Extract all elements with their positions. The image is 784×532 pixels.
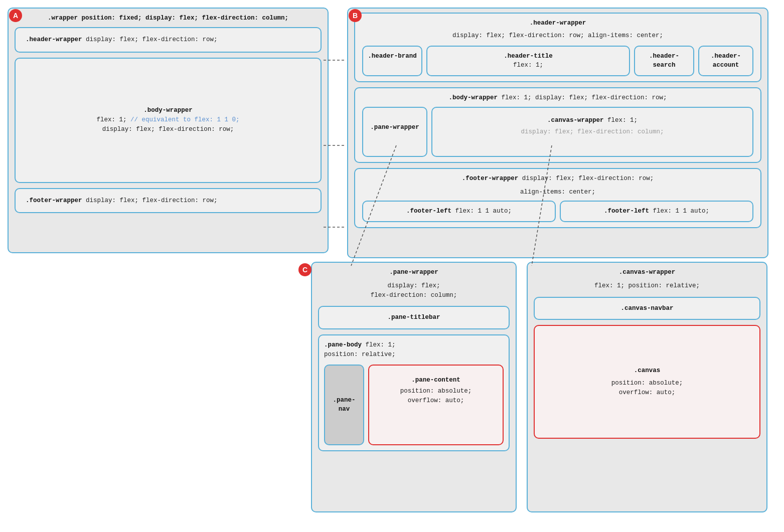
panel-b-footer-left-1: .footer-left flex: 1 1 auto;: [362, 201, 556, 222]
panel-c-pane-body-children: .pane-nav .pane-content position: absolu…: [324, 365, 504, 446]
panel-b-footer-label: .footer-wrapper display: flex; flex-dire…: [362, 174, 753, 184]
panel-b-footer-sub: align-items: center;: [362, 188, 753, 197]
panel-c-pane: .pane-wrapper display: flex;flex-directi…: [311, 262, 517, 512]
panel-b-canvas-wrapper: .canvas-wrapper flex: 1; display: flex; …: [431, 107, 753, 157]
panel-b-body-children: .pane-wrapper .canvas-wrapper flex: 1; d…: [362, 107, 753, 157]
panel-c-pane-content: .pane-content position: absolute; overfl…: [368, 365, 504, 446]
panel-a-header-label: .header-wrapper display: flex; flex-dire…: [26, 36, 218, 43]
panel-b-header-children: .header-brand .header-title flex: 1; .he…: [362, 46, 753, 77]
panel-b-pane-wrapper: .pane-wrapper: [362, 107, 427, 157]
panel-c-canvas-navbar: .canvas-navbar: [534, 297, 760, 320]
panel-a-header-wrapper: .header-wrapper display: flex; flex-dire…: [15, 27, 322, 53]
panel-b-header-account: .header-account: [698, 46, 753, 77]
panel-b-body-section: .body-wrapper flex: 1; display: flex; fl…: [354, 87, 761, 163]
panel-b-body-label: .body-wrapper flex: 1; display: flex; fl…: [362, 93, 753, 103]
panel-c-canvas: .canvas-wrapper flex: 1; position: relat…: [527, 262, 767, 512]
panel-a-body-label: .body-wrapper flex: 1; // equivalent to …: [96, 106, 239, 134]
panel-b-footer-left-2: .footer-left flex: 1 1 auto;: [560, 201, 753, 222]
panel-c-canvas-title: .canvas-wrapper: [534, 267, 760, 281]
panel-c-pane-title: .pane-wrapper: [318, 267, 510, 281]
panel-b-footer-section: .footer-wrapper display: flex; flex-dire…: [354, 168, 761, 228]
badge-c: C: [298, 263, 311, 276]
panel-b-wrapper: .header-wrapper display: flex; flex-dire…: [347, 8, 768, 258]
panel-b-header-section: .header-wrapper display: flex; flex-dire…: [354, 13, 761, 82]
panel-c-canvas-sub: flex: 1; position: relative;: [534, 281, 760, 291]
panel-a-body-wrapper: .body-wrapper flex: 1; // equivalent to …: [15, 58, 322, 183]
panel-b-header-sub: display: flex; flex-direction: row; alig…: [362, 31, 753, 41]
panel-a-wrapper: .wrapper position: fixed; display: flex;…: [8, 8, 329, 253]
panel-b-footer-children: .footer-left flex: 1 1 auto; .footer-lef…: [362, 201, 753, 222]
panel-c-pane-titlebar: .pane-titlebar: [318, 306, 510, 329]
panel-b-header-search: .header-search: [634, 46, 694, 77]
panel-c-pane-body-label: .pane-body flex: 1;position: relative;: [324, 340, 504, 360]
panel-c-pane-nav: .pane-nav: [324, 365, 364, 446]
panel-b-header-brand: .header-brand: [362, 46, 422, 77]
panel-a-footer-label: .footer-wrapper display: flex; flex-dire…: [26, 197, 218, 204]
panel-c-canvas-box: .canvas position: absolute; overflow: au…: [534, 325, 760, 438]
badge-b: B: [349, 9, 362, 22]
panel-a-footer-wrapper: .footer-wrapper display: flex; flex-dire…: [15, 188, 322, 214]
panel-a-title: .wrapper position: fixed; display: flex;…: [15, 13, 322, 27]
panel-c-pane-body: .pane-body flex: 1;position: relative; .…: [318, 334, 510, 451]
panel-b-header-title: .header-wrapper: [362, 19, 753, 28]
badge-a: A: [9, 9, 22, 22]
panel-b-header-title-box: .header-title flex: 1;: [426, 46, 630, 77]
panel-c-pane-sub: display: flex;flex-direction: column;: [318, 281, 510, 300]
